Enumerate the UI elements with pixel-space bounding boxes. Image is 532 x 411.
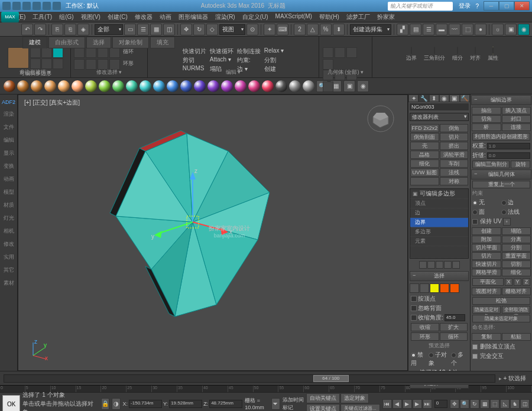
modify-tab[interactable]: 🔧 — [419, 94, 429, 102]
vertex-so-button[interactable] — [30, 47, 41, 58]
byvertex-check[interactable] — [411, 296, 417, 302]
stack-head[interactable]: ▣ 可编辑多边形 — [410, 189, 468, 199]
slice-button[interactable]: 切片 — [472, 252, 501, 260]
shrink-button[interactable]: 收缩 — [411, 323, 439, 331]
maximize-vp-button[interactable]: ▦ — [480, 399, 489, 409]
constraint-none-radio[interactable] — [472, 200, 478, 206]
modifier-shortcut-button[interactable]: 细化 — [410, 159, 439, 168]
planar-y-button[interactable]: Y — [514, 278, 521, 286]
remove-mod-button[interactable] — [444, 261, 452, 269]
modifier-shortcut-button[interactable]: 挤出 — [440, 142, 469, 150]
lock-selection-button[interactable]: 🔒 — [101, 398, 109, 410]
sliceplane-button[interactable]: 切片平面 — [472, 244, 501, 252]
menu-item[interactable]: 工具(T) — [29, 12, 56, 22]
sidebar-item[interactable]: ADF2 — [0, 97, 17, 107]
sidebar-item[interactable]: 修改 — [0, 238, 17, 250]
make-unique-button[interactable] — [436, 261, 443, 269]
modifier-shortcut-button[interactable]: 壳 — [410, 142, 439, 150]
create-button[interactable]: 创建 — [472, 227, 501, 235]
rotate-button[interactable]: ↻ — [193, 24, 205, 35]
modifier-shortcut-button[interactable]: UVW 贴图 — [410, 168, 439, 177]
zoom-button[interactable]: 🔍 — [460, 399, 469, 409]
refcoord-combo[interactable]: 视图 — [219, 24, 245, 35]
current-frame-field[interactable]: 0 — [434, 400, 447, 408]
rib-cmd[interactable]: 快速循环 — [210, 47, 233, 56]
connect-button[interactable]: 连接 — [502, 123, 531, 131]
preview-multi-radio[interactable] — [451, 353, 456, 358]
minimize-button[interactable]: ─ — [484, 1, 499, 11]
select-region-button[interactable]: ▦ — [150, 24, 162, 35]
hideunsel-button[interactable]: 隐藏未选定对象 — [472, 315, 530, 322]
selfilter-combo[interactable]: 选定对象 — [340, 393, 369, 403]
modsel-btn[interactable] — [86, 59, 96, 70]
scale-button[interactable]: ◇ — [206, 24, 218, 35]
subdiv-panel-button[interactable] — [457, 47, 458, 54]
orbit-button[interactable]: ↻ — [470, 399, 479, 409]
psnap-button[interactable]: % — [320, 24, 332, 35]
search-box[interactable]: 输入关键字或短语 — [388, 2, 453, 11]
makeplanar-button[interactable]: 平面化 — [472, 278, 504, 286]
sidebar-item[interactable]: 灯光 — [0, 212, 17, 224]
menu-item[interactable]: MAXScript(M) — [272, 12, 316, 22]
material-swatch[interactable] — [4, 80, 15, 92]
ignoreback-check[interactable] — [411, 305, 417, 311]
play-button[interactable]: ▶ — [403, 399, 412, 409]
login-link[interactable]: 登录 — [459, 2, 471, 10]
material-swatch[interactable] — [31, 80, 43, 92]
rib-cmd[interactable]: Attach ▾ — [210, 56, 233, 64]
modifier-shortcut-button[interactable] — [410, 177, 439, 185]
preview-so-radio[interactable] — [429, 353, 434, 358]
bridge-button[interactable]: 桥 — [472, 123, 501, 131]
sidebar-item[interactable]: 实用 — [0, 251, 17, 263]
ring-button[interactable]: 环形 — [411, 332, 439, 341]
preserveuv-settings[interactable]: ▫ — [503, 218, 511, 226]
sidebar-item[interactable]: 渲染 — [0, 108, 17, 120]
menu-item[interactable]: 动画 — [156, 12, 175, 22]
sidebar-item[interactable]: 相机 — [0, 225, 17, 237]
modsel-btn[interactable] — [74, 47, 85, 58]
resetplane-button[interactable]: 重置平面 — [502, 252, 531, 260]
viewcube[interactable] — [366, 104, 395, 133]
planar-z-button[interactable]: Z — [523, 278, 530, 286]
detach-button[interactable]: 分离 — [502, 236, 531, 243]
y-coord-field[interactable]: 19.528mm — [169, 400, 202, 408]
createshape-button[interactable]: 利用所选内容创建图形 — [472, 133, 530, 141]
unhideall-button[interactable]: 全部取消隐藏 — [502, 306, 530, 314]
modifier-shortcut-button[interactable]: FFD 2x2x2 — [410, 124, 439, 132]
modifier-shortcut-button[interactable]: 晶格 — [410, 151, 439, 159]
modifier-shortcut-button[interactable]: 车削 — [440, 159, 469, 168]
modsel-btn[interactable] — [109, 47, 120, 58]
link-button[interactable]: ⎘ — [51, 24, 63, 35]
hierarchy-tab[interactable]: ⬍ — [429, 94, 439, 102]
sidebar-item[interactable]: 模型 — [0, 186, 17, 198]
menu-item[interactable]: 视图(V) — [77, 12, 104, 22]
angle-check[interactable] — [411, 315, 417, 321]
material-swatch[interactable] — [262, 80, 274, 92]
utilities-tab[interactable]: 🔨 — [460, 94, 470, 102]
modsel-btn[interactable] — [86, 47, 96, 58]
split-button[interactable]: 分割 — [502, 244, 531, 252]
so-border-icon[interactable] — [430, 283, 439, 293]
rib-cmd[interactable]: 剪切 — [183, 56, 206, 64]
spinner-snap-button[interactable]: ⬍ — [333, 24, 345, 35]
loop-button[interactable]: 循环 — [440, 332, 468, 341]
select-name-button[interactable]: ☰ — [137, 24, 149, 35]
z-coord-field[interactable]: 48.725mm — [209, 400, 242, 408]
isolate-button[interactable]: ◑ — [112, 398, 120, 410]
qat-btn[interactable] — [33, 2, 41, 10]
keymode-button[interactable]: ⌨ — [277, 24, 288, 35]
ribbon-tab-paint[interactable]: 对象绘制 — [112, 37, 149, 48]
tessellate-button[interactable]: 细化 — [502, 269, 531, 276]
selection-rollout-header[interactable]: 选择 — [410, 271, 469, 281]
configure-button[interactable] — [452, 261, 460, 269]
asnap-button[interactable]: △ — [307, 24, 319, 35]
modifier-shortcut-button[interactable]: 切片 — [440, 133, 469, 141]
modsel-btn[interactable] — [74, 59, 85, 70]
prev-frame-button[interactable]: ◀ — [392, 399, 402, 409]
tri-panel-button[interactable] — [434, 47, 435, 54]
elem-so-button[interactable] — [41, 58, 52, 69]
material-swatch[interactable] — [44, 80, 56, 92]
rib-cmd[interactable]: 分割 — [264, 56, 284, 64]
msmooth-button[interactable]: 网格平滑 — [472, 269, 501, 276]
weight-spinner[interactable]: 1.0 — [487, 143, 530, 149]
